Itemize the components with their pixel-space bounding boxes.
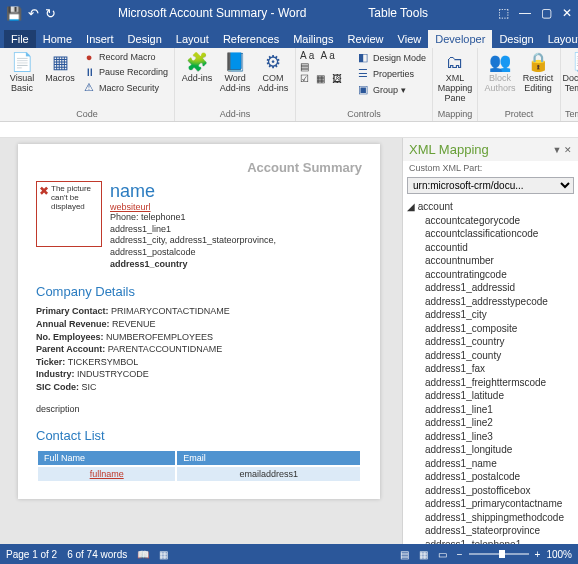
word-count[interactable]: 6 of 74 words xyxy=(67,549,127,560)
tree-node[interactable]: address1_composite xyxy=(407,322,574,336)
tree-node[interactable]: accountclassificationcode xyxy=(407,227,574,241)
zoom-slider[interactable] xyxy=(469,553,529,555)
col-fullname: Full Name xyxy=(38,451,175,465)
website-field[interactable]: websiteurl xyxy=(110,202,276,212)
macros-button[interactable]: ▦Macros xyxy=(42,50,78,86)
table-row: fullnameemailaddress1 xyxy=(38,467,360,481)
tree-node[interactable]: address1_city xyxy=(407,308,574,322)
tab-references[interactable]: References xyxy=(216,30,286,48)
address-block: Phone: telephone1 address1_line1 address… xyxy=(110,212,276,270)
pane-title: XML Mapping xyxy=(409,142,489,157)
tree-node[interactable]: accountnumber xyxy=(407,254,574,268)
context-tool-label: Table Tools xyxy=(368,6,428,20)
image-placeholder[interactable]: ✖The picture can't be displayed xyxy=(36,181,102,247)
tab-view[interactable]: View xyxy=(391,30,429,48)
ruler xyxy=(0,122,578,138)
account-name-field[interactable]: name xyxy=(110,181,276,202)
pause-recording-button[interactable]: ⏸Pause Recording xyxy=(80,65,170,79)
tab-insert[interactable]: Insert xyxy=(79,30,121,48)
tab-mailings[interactable]: Mailings xyxy=(286,30,340,48)
zoom-in-button[interactable]: + xyxy=(535,549,541,560)
tab-table-layout[interactable]: Layout xyxy=(541,30,578,48)
tree-node[interactable]: address1_fax xyxy=(407,362,574,376)
tree-node[interactable]: accountid xyxy=(407,241,574,255)
minimize-icon[interactable]: — xyxy=(519,6,531,20)
group-button[interactable]: ▣Group ▾ xyxy=(354,82,428,97)
ribbon: 📄Visual Basic ▦Macros ●Record Macro ⏸Pau… xyxy=(0,48,578,122)
pane-dropdown-icon[interactable]: ▼ ✕ xyxy=(553,145,572,155)
group-controls: Aa Aa ▤ ☑ ▦ 🖼 ◧Design Mode ☰Properties ▣… xyxy=(296,48,433,121)
tree-root[interactable]: ◢ account xyxy=(407,200,574,214)
addins-button[interactable]: 🧩Add-ins xyxy=(179,50,215,86)
tab-table-design[interactable]: Design xyxy=(492,30,540,48)
view-print-icon[interactable]: ▦ xyxy=(419,549,428,560)
tree-node[interactable]: accountcategorycode xyxy=(407,214,574,228)
document-area[interactable]: Account Summary ✖The picture can't be di… xyxy=(0,138,402,544)
contact-table[interactable]: Full NameEmail fullnameemailaddress1 xyxy=(36,449,362,483)
document-template-button[interactable]: 📑Document Template xyxy=(565,50,578,96)
window-title: Microsoft Account Summary - Word xyxy=(118,6,307,20)
tree-node[interactable]: address1_country xyxy=(407,335,574,349)
tab-review[interactable]: Review xyxy=(341,30,391,48)
titlebar: 💾 ↶ ↻ Microsoft Account Summary - Word T… xyxy=(0,0,578,26)
maximize-icon[interactable]: ▢ xyxy=(541,6,552,20)
tree-node[interactable]: address1_addressid xyxy=(407,281,574,295)
tab-layout[interactable]: Layout xyxy=(169,30,216,48)
save-icon[interactable]: 💾 xyxy=(6,6,22,21)
undo-icon[interactable]: ↶ xyxy=(28,6,39,21)
xml-tree[interactable]: ◢ account accountcategorycodeaccountclas… xyxy=(403,198,578,544)
tree-node[interactable]: accountratingcode xyxy=(407,268,574,282)
custom-xml-part-label: Custom XML Part: xyxy=(403,161,578,175)
tree-node[interactable]: address1_county xyxy=(407,349,574,363)
tree-node[interactable]: address1_line2 xyxy=(407,416,574,430)
zoom-out-button[interactable]: − xyxy=(457,549,463,560)
spellcheck-icon[interactable]: 📖 xyxy=(137,549,149,560)
record-macro-button[interactable]: ●Record Macro xyxy=(80,50,170,64)
tree-node[interactable]: address1_name xyxy=(407,457,574,471)
view-read-icon[interactable]: ▤ xyxy=(400,549,409,560)
tree-node[interactable]: address1_primarycontactname xyxy=(407,497,574,511)
close-icon[interactable]: ✕ xyxy=(562,6,572,20)
ribbon-options-icon[interactable]: ⬚ xyxy=(498,6,509,20)
redo-icon[interactable]: ↻ xyxy=(45,6,56,21)
tree-node[interactable]: address1_stateorprovince xyxy=(407,524,574,538)
tree-node[interactable]: address1_latitude xyxy=(407,389,574,403)
custom-xml-part-select[interactable]: urn:microsoft-crm/docu... xyxy=(407,177,574,194)
tree-node[interactable]: address1_line1 xyxy=(407,403,574,417)
macro-security-button[interactable]: ⚠Macro Security xyxy=(80,80,170,95)
group-templates: 📑Document Template Templates xyxy=(561,48,578,121)
com-addins-button[interactable]: ⚙COM Add-ins xyxy=(255,50,291,96)
tree-node[interactable]: address1_postofficebox xyxy=(407,484,574,498)
view-web-icon[interactable]: ▭ xyxy=(438,549,447,560)
tree-node[interactable]: address1_postalcode xyxy=(407,470,574,484)
word-addins-button[interactable]: 📘Word Add-ins xyxy=(217,50,253,96)
tree-node[interactable]: address1_freighttermscode xyxy=(407,376,574,390)
tree-node[interactable]: address1_shippingmethodcode xyxy=(407,511,574,525)
tree-node[interactable]: address1_telephone1 xyxy=(407,538,574,545)
company-details: Primary Contact: PRIMARYCONTACTIDNAME An… xyxy=(36,305,362,393)
properties-button[interactable]: ☰Properties xyxy=(354,66,428,81)
group-protect: 👥Block Authors 🔒Restrict Editing Protect xyxy=(478,48,561,121)
tree-node[interactable]: address1_addresstypecode xyxy=(407,295,574,309)
tab-file[interactable]: File xyxy=(4,30,36,48)
design-mode-button[interactable]: ◧Design Mode xyxy=(354,50,428,65)
group-mapping: 🗂XML Mapping Pane Mapping xyxy=(433,48,478,121)
restrict-editing-button[interactable]: 🔒Restrict Editing xyxy=(520,50,556,96)
zoom-level[interactable]: 100% xyxy=(546,549,572,560)
group-addins: 🧩Add-ins 📘Word Add-ins ⚙COM Add-ins Add-… xyxy=(175,48,296,121)
page-indicator[interactable]: Page 1 of 2 xyxy=(6,549,57,560)
tree-node[interactable]: address1_line3 xyxy=(407,430,574,444)
xml-mapping-pane-button[interactable]: 🗂XML Mapping Pane xyxy=(437,50,473,106)
tree-node[interactable]: address1_longitude xyxy=(407,443,574,457)
controls-gallery[interactable]: Aa Aa ▤ xyxy=(300,50,352,72)
controls-gallery2[interactable]: ☑ ▦ 🖼 xyxy=(300,73,352,84)
doc-heading: Account Summary xyxy=(36,160,362,175)
tab-design[interactable]: Design xyxy=(121,30,169,48)
macro-icon[interactable]: ▦ xyxy=(159,549,168,560)
tab-home[interactable]: Home xyxy=(36,30,79,48)
block-authors-button[interactable]: 👥Block Authors xyxy=(482,50,518,96)
col-email: Email xyxy=(177,451,360,465)
visual-basic-button[interactable]: 📄Visual Basic xyxy=(4,50,40,96)
statusbar: Page 1 of 2 6 of 74 words 📖 ▦ ▤ ▦ ▭ − + … xyxy=(0,544,578,564)
tab-developer[interactable]: Developer xyxy=(428,30,492,48)
